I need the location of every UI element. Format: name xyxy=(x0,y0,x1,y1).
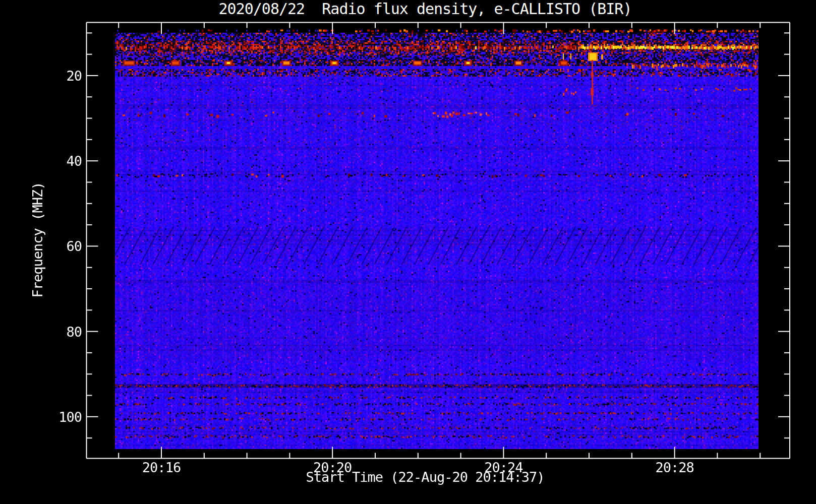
y-tick-label: 60 xyxy=(66,238,82,254)
y-tick-label: 100 xyxy=(59,409,82,424)
axes-frame xyxy=(0,0,816,504)
x-tick-label: 20:16 xyxy=(142,460,181,475)
x-tick-label: 20:28 xyxy=(655,460,693,475)
spectrogram-figure: 2020/08/22 Radio flux density, e-CALLIST… xyxy=(0,0,816,504)
y-axis-label: Frequency (MHZ) xyxy=(30,182,45,298)
y-tick-label: 80 xyxy=(66,324,82,339)
x-axis-label: Start Time (22-Aug-20 20:14:37) xyxy=(306,469,545,485)
y-tick-label: 20 xyxy=(66,68,82,84)
y-tick-label: 40 xyxy=(66,153,82,169)
